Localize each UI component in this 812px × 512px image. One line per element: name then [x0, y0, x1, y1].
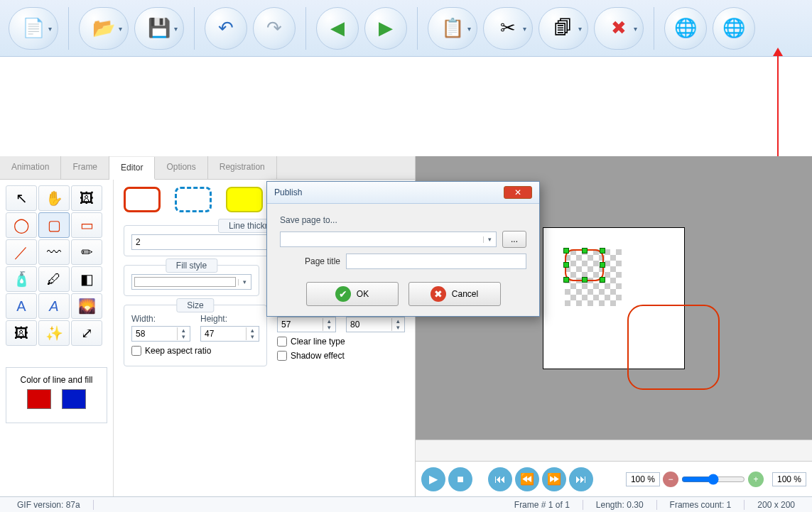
- status-bar: GIF version: 87a Frame # 1 of 1 Length: …: [0, 496, 812, 512]
- drawn-shape[interactable]: [627, 305, 720, 390]
- selected-shape[interactable]: [565, 249, 604, 281]
- browse-button[interactable]: ...: [502, 231, 526, 248]
- pen-tool[interactable]: 🖊: [38, 266, 70, 292]
- back-button[interactable]: ◀: [316, 7, 359, 50]
- last-frame-button[interactable]: ⏭: [569, 467, 593, 491]
- spinner-icon[interactable]: ▴▾: [391, 318, 404, 331]
- redo-button[interactable]: ↷: [253, 7, 296, 50]
- redo-icon: ↷: [266, 17, 282, 39]
- scenery-tool[interactable]: 🌄: [71, 293, 102, 319]
- resize-handle[interactable]: [582, 248, 588, 254]
- save-file-button[interactable]: 💾▾: [134, 7, 184, 50]
- fill-style-group: Fill style ▾: [124, 265, 259, 296]
- shadow-checkbox[interactable]: Shadow effect: [277, 351, 405, 361]
- dialog-title: Publish: [274, 187, 302, 197]
- separator: [194, 7, 195, 50]
- clear-line-checkbox[interactable]: Clear line type: [277, 337, 405, 347]
- size-group: Size Width: ▴▾ Height: ▴▾ Keep aspect: [124, 305, 267, 366]
- next-frame-button[interactable]: ⏩: [542, 467, 566, 491]
- dialog-close-button[interactable]: ✕: [504, 186, 532, 199]
- ok-button[interactable]: ✔ OK: [306, 282, 399, 306]
- posy-input[interactable]: ▴▾: [346, 317, 405, 332]
- new-file-button[interactable]: 📄▾: [9, 7, 58, 50]
- first-frame-button[interactable]: ⏮: [488, 467, 512, 491]
- stop-button[interactable]: ■: [448, 467, 472, 491]
- add-image-tool[interactable]: 🖼: [6, 320, 37, 346]
- tab-options[interactable]: Options: [155, 156, 207, 179]
- curve-tool[interactable]: 〰: [38, 239, 70, 265]
- width-input[interactable]: ▴▾: [131, 326, 190, 342]
- ellipse-outline-tool[interactable]: ◯: [6, 212, 37, 238]
- timeline[interactable]: [416, 440, 812, 461]
- chevron-down-icon: ▾: [48, 24, 52, 32]
- undo-button[interactable]: ↶: [205, 7, 247, 50]
- spinner-icon[interactable]: ▴▾: [177, 327, 190, 340]
- height-input[interactable]: ▴▾: [200, 326, 259, 342]
- shape-outline-preview[interactable]: [124, 187, 161, 212]
- fill-style-select[interactable]: ▾: [131, 274, 251, 290]
- dialog-titlebar[interactable]: Publish ✕: [267, 182, 539, 204]
- eraser-tool[interactable]: ◧: [71, 266, 102, 292]
- resize-handle[interactable]: [600, 277, 605, 283]
- zoom-out-button[interactable]: −: [663, 472, 678, 487]
- line-color-swatch[interactable]: [27, 389, 51, 409]
- pencil-tool[interactable]: ✏: [71, 239, 102, 265]
- play-button[interactable]: ▶: [421, 467, 445, 491]
- select-tool[interactable]: ↖: [6, 185, 37, 211]
- check-icon: ✔: [335, 286, 351, 302]
- chevron-down-icon: ▾: [238, 279, 251, 285]
- resize-handle[interactable]: [563, 277, 569, 283]
- chevron-down-icon: ▾: [483, 236, 496, 243]
- keep-ratio-checkbox[interactable]: Keep aspect ratio: [131, 346, 259, 356]
- tab-animation[interactable]: Animation: [0, 156, 61, 179]
- fill-color-swatch[interactable]: [62, 389, 86, 409]
- resize-handle[interactable]: [600, 262, 605, 268]
- fill-tool[interactable]: 🧴: [6, 266, 37, 292]
- zoom-in-button[interactable]: +: [748, 472, 764, 487]
- delete-button[interactable]: ✖▾: [594, 7, 644, 50]
- forward-button[interactable]: ▶: [364, 7, 407, 50]
- preview-web-button[interactable]: 🌐: [664, 7, 707, 50]
- status-length: Length: 0.30: [583, 500, 657, 510]
- color-panel-label: Color of line and fill: [13, 375, 99, 385]
- shape-dashed-preview[interactable]: [175, 187, 212, 212]
- separator: [68, 7, 69, 50]
- tab-editor[interactable]: Editor: [109, 157, 155, 180]
- save-path-select[interactable]: ▾: [280, 232, 497, 247]
- spinner-icon[interactable]: ▴▾: [246, 327, 259, 340]
- playback-controls: ▶ ■ ⏮ ⏪ ⏩ ⏭ 100 % − + 100 %: [416, 461, 812, 496]
- spinner-icon[interactable]: ▴▾: [323, 318, 335, 331]
- cut-button[interactable]: ✂▾: [483, 7, 533, 50]
- text-box-tool[interactable]: A: [6, 293, 37, 319]
- open-file-button[interactable]: 📂▾: [79, 7, 129, 50]
- page-title-input[interactable]: [346, 254, 526, 269]
- posx-input[interactable]: ▴▾: [277, 317, 336, 332]
- rounded-rect-tool[interactable]: ▢: [38, 212, 70, 238]
- paste-icon: 📋: [441, 17, 464, 39]
- resize-handle[interactable]: [563, 248, 569, 254]
- chevron-down-icon: ▾: [174, 24, 178, 32]
- resize-handle[interactable]: [582, 277, 588, 283]
- copy-button[interactable]: 🗐▾: [538, 7, 588, 50]
- copy-icon: 🗐: [554, 17, 573, 39]
- tab-frame[interactable]: Frame: [61, 156, 109, 179]
- resize-handle[interactable]: [563, 262, 569, 268]
- canvas-frame[interactable]: [543, 227, 685, 369]
- paste-button[interactable]: 📋▾: [428, 7, 477, 50]
- rect-outline-tool[interactable]: ▭: [71, 212, 102, 238]
- pan-tool[interactable]: ✋: [38, 185, 70, 211]
- prev-frame-button[interactable]: ⏪: [515, 467, 539, 491]
- cancel-button[interactable]: ✖ Cancel: [408, 282, 501, 306]
- publish-web-button[interactable]: 🌐: [713, 7, 755, 50]
- zoom-slider[interactable]: [681, 474, 745, 485]
- styled-text-tool[interactable]: A: [38, 293, 70, 319]
- line-tool[interactable]: ／: [6, 239, 37, 265]
- crop-tool[interactable]: ⤢: [71, 320, 102, 346]
- shape-filled-preview[interactable]: [226, 187, 263, 212]
- chevron-down-icon: ▾: [634, 24, 637, 32]
- resize-handle[interactable]: [600, 248, 605, 254]
- status-frames-count: Frames count: 1: [657, 500, 745, 510]
- image-tool[interactable]: 🖼: [71, 185, 102, 211]
- tab-registration[interactable]: Registration: [208, 156, 277, 179]
- effects-tool[interactable]: ✨: [38, 320, 70, 346]
